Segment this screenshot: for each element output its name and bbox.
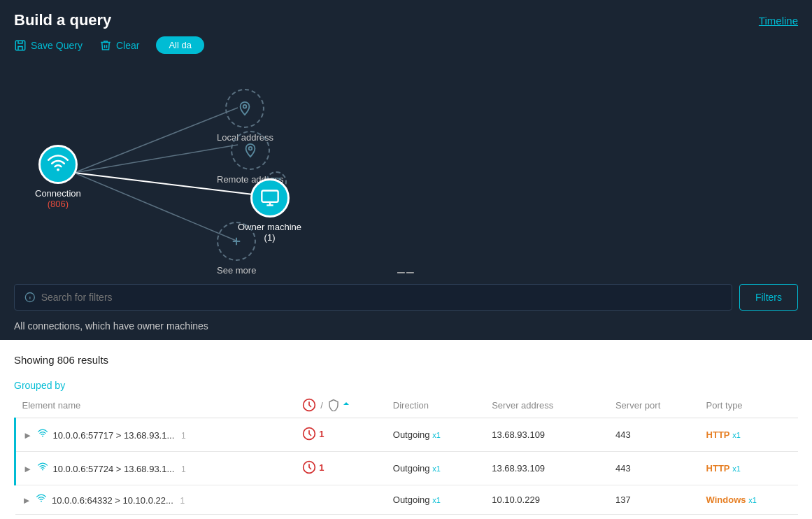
cell-element: ► 10.0.0.6:64332 > 10.10.0.22... 1	[15, 485, 296, 515]
query-description: All connections, which have owner machin…	[0, 318, 812, 340]
cell-element-value: 10.0.0.6:64332 > 10.10.0.22...	[52, 495, 173, 506]
cell-direction: Outgoing x1	[386, 452, 485, 485]
svg-point-6	[243, 105, 247, 108]
cell-element: ► 10.0.0.6:57724 > 13.68.93.1... 1	[15, 452, 296, 485]
score-icon	[302, 460, 316, 474]
cell-element-value: 10.0.0.6:57717 > 13.68.93.1...	[52, 430, 174, 441]
cell-element-count: 1	[181, 431, 186, 441]
see-more-label: See more	[217, 265, 256, 276]
cell-element-count: 1	[180, 496, 185, 506]
direction-count: x1	[432, 464, 441, 473]
port-type-label: HTTP	[706, 429, 730, 440]
cell-server-address: 10.10.0.229	[485, 485, 608, 515]
results-section: Showing 806 results Grouped by Element n…	[0, 340, 812, 515]
cell-score	[295, 485, 386, 515]
port-type-count: x1	[732, 431, 741, 439]
th-element-name: Element name	[15, 392, 296, 418]
th-server-port: Server port	[608, 392, 699, 418]
port-type-count: x1	[748, 496, 757, 504]
port-type-count: x1	[732, 464, 741, 473]
divider-handle[interactable]: ⎯⎯	[0, 257, 812, 277]
expand-button[interactable]: ►	[22, 495, 31, 506]
direction-count: x1	[432, 431, 441, 439]
svg-line-2	[74, 145, 238, 173]
svg-line-4	[74, 173, 238, 241]
save-query-button[interactable]: Save Query	[14, 39, 83, 52]
table-header-row: Element name /	[15, 392, 799, 418]
cell-server-address: 13.68.93.109	[485, 418, 608, 452]
header-row: Build a query Timeline	[0, 11, 812, 36]
svg-point-5	[57, 169, 59, 171]
cell-port-type: Windows x1	[699, 485, 798, 515]
expand-button[interactable]: ►	[23, 430, 32, 441]
cell-port-type: HTTP x1	[699, 452, 798, 485]
score-badge: 1	[302, 460, 324, 474]
svg-point-18	[42, 436, 43, 437]
th-score-wrap: /	[302, 398, 379, 412]
remote-addr-circle	[231, 131, 270, 170]
toolbar: Save Query Clear All da	[0, 36, 812, 61]
save-icon	[14, 39, 27, 52]
results-table: Element name /	[14, 392, 798, 515]
svg-point-22	[41, 501, 42, 502]
port-type-label: Windows	[706, 495, 746, 505]
cell-server-port: 443	[608, 418, 699, 452]
local-addr-icon	[237, 101, 252, 116]
wifi-icon	[48, 154, 69, 175]
svg-point-7	[248, 147, 252, 150]
cell-server-address: 13.68.93.109	[485, 452, 608, 485]
timeline-link[interactable]: Timeline	[759, 15, 798, 27]
table-row: ► 10.0.0.6:64332 > 10.10.0.22... 1 Outgo…	[15, 485, 799, 515]
remote-addr-icon	[243, 143, 258, 158]
th-server-address: Server address	[485, 392, 608, 418]
svg-point-20	[42, 469, 43, 471]
owner-machine-circle	[250, 178, 290, 218]
cell-port-type: HTTP x1	[699, 418, 798, 452]
cell-direction: Outgoing x1	[386, 418, 485, 452]
th-port-type: Port type	[699, 392, 798, 418]
wifi-row-icon	[36, 494, 46, 504]
expand-button[interactable]: ►	[23, 464, 32, 474]
connection-node[interactable]: Connection (806)	[35, 145, 81, 209]
graph-area: Connection (806) Local address Re	[14, 61, 798, 257]
info-icon	[24, 292, 36, 303]
cell-element-value: 10.0.0.6:57724 > 13.68.93.1...	[52, 464, 174, 474]
query-builder-panel: Build a query Timeline Save Query Clear …	[0, 0, 812, 340]
cell-server-port: 137	[608, 485, 699, 515]
cell-score: 1	[295, 418, 386, 452]
page-title: Build a query	[14, 11, 111, 29]
table-row: ► 10.0.0.6:57724 > 13.68.93.1... 1 1 Out…	[15, 452, 799, 485]
cell-direction: Outgoing x1	[386, 485, 485, 515]
score-icon	[302, 427, 316, 441]
clear-button[interactable]: Clear	[99, 39, 139, 52]
search-input[interactable]	[41, 292, 722, 303]
th-score[interactable]: /	[295, 392, 386, 418]
wifi-row-icon	[38, 429, 48, 439]
wifi-row-icon	[38, 462, 48, 472]
th-direction: Direction	[386, 392, 485, 418]
svg-rect-0	[15, 41, 25, 50]
all-data-button[interactable]: All da	[156, 36, 204, 54]
cell-server-port: 443	[608, 452, 699, 485]
header-right: Timeline	[759, 15, 798, 27]
plus-icon	[230, 235, 243, 248]
port-type-label: HTTP	[706, 463, 730, 474]
svg-rect-9	[262, 191, 278, 202]
search-row: Filters	[0, 277, 812, 318]
graph-lines	[14, 61, 798, 257]
grouped-by-label: Grouped by	[14, 380, 798, 391]
cell-score: 1	[295, 452, 386, 485]
score-col-icon	[302, 398, 316, 412]
filters-button[interactable]: Filters	[739, 284, 798, 311]
connection-label: Connection (806)	[35, 188, 81, 209]
cell-element: ► 10.0.0.6:57717 > 13.68.93.1... 1	[15, 418, 296, 452]
sort-icon	[341, 400, 351, 410]
see-more-node[interactable]: See more	[217, 222, 256, 276]
see-more-circle	[217, 222, 256, 261]
local-addr-circle	[225, 89, 264, 128]
shield-col-icon	[327, 399, 340, 411]
score-badge: 1	[302, 427, 324, 441]
table-row: ► 10.0.0.6:57717 > 13.68.93.1... 1 1 Out…	[15, 418, 799, 452]
results-count: Showing 806 results	[14, 354, 798, 366]
monitor-icon	[260, 188, 280, 208]
